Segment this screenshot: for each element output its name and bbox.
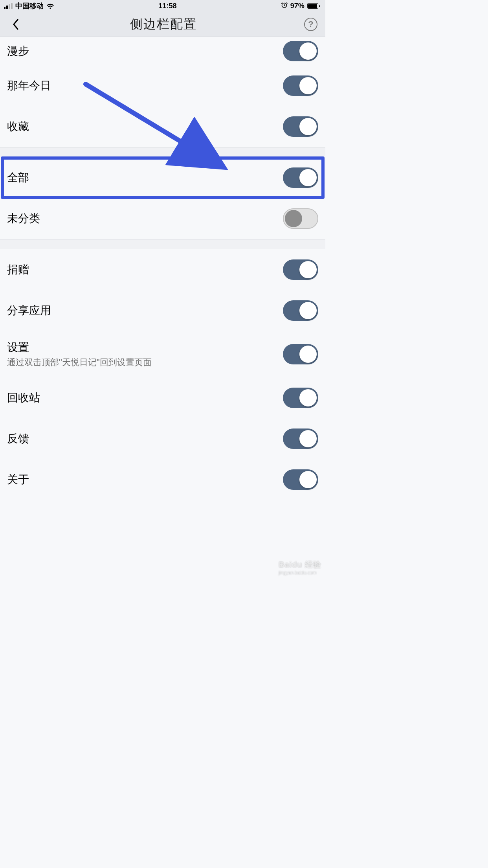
row-label: 回收站 — [7, 390, 40, 405]
toggle-knob — [299, 346, 317, 363]
question-mark-icon: ? — [308, 19, 313, 29]
toggle-switch[interactable] — [283, 469, 318, 490]
toggle-switch[interactable] — [283, 428, 318, 449]
row-text: 关于 — [7, 472, 29, 487]
row-subtitle: 通过双击顶部"天悦日记"回到设置页面 — [7, 357, 152, 368]
alarm-icon — [281, 2, 288, 10]
toggle-knob — [299, 118, 317, 135]
toggle-switch[interactable] — [283, 75, 318, 96]
settings-row: 全部 — [0, 157, 325, 198]
settings-row: 漫步 — [0, 37, 325, 65]
help-button[interactable]: ? — [304, 18, 317, 31]
row-text: 未分类 — [7, 211, 40, 226]
carrier-label: 中国移动 — [15, 1, 44, 11]
toggle-knob — [299, 169, 317, 186]
toggle-knob — [299, 302, 317, 319]
row-text: 漫步 — [7, 44, 29, 59]
row-text: 捐赠 — [7, 262, 29, 277]
row-text: 设置通过双击顶部"天悦日记"回到设置页面 — [7, 340, 152, 368]
battery-icon — [307, 3, 320, 9]
row-text: 反馈 — [7, 431, 29, 446]
back-button[interactable] — [8, 17, 23, 32]
row-text: 那年今日 — [7, 78, 51, 93]
row-label: 捐赠 — [7, 262, 29, 277]
settings-row: 关于 — [0, 459, 325, 500]
status-right: 97% — [281, 2, 320, 10]
toggle-knob — [299, 42, 317, 60]
row-label: 未分类 — [7, 211, 40, 226]
nav-bar: 侧边栏配置 ? — [0, 12, 325, 37]
status-time: 11:58 — [158, 2, 176, 10]
settings-row: 捐赠 — [0, 249, 325, 290]
toggle-knob — [299, 77, 317, 94]
row-label: 全部 — [7, 170, 29, 185]
toggle-switch[interactable] — [283, 344, 318, 364]
row-label: 那年今日 — [7, 78, 51, 93]
toggle-switch[interactable] — [283, 208, 318, 229]
toggle-switch[interactable] — [283, 116, 318, 137]
row-text: 收藏 — [7, 119, 29, 134]
toggle-switch[interactable] — [283, 167, 318, 188]
watermark-sub: jingyan.baidu.com — [279, 570, 321, 576]
settings-row: 收藏 — [0, 106, 325, 147]
section-divider — [0, 239, 325, 249]
settings-row: 设置通过双击顶部"天悦日记"回到设置页面 — [0, 331, 325, 377]
row-text: 回收站 — [7, 390, 40, 405]
toggle-switch[interactable] — [283, 259, 318, 280]
settings-row: 分享应用 — [0, 290, 325, 331]
wifi-icon — [46, 3, 54, 9]
battery-percentage: 97% — [290, 2, 305, 10]
row-label: 关于 — [7, 472, 29, 487]
toggle-switch[interactable] — [283, 300, 318, 321]
watermark-main: Baidu 经验 — [279, 560, 321, 569]
row-label: 设置 — [7, 340, 152, 355]
toggle-knob — [299, 261, 317, 278]
cellular-signal-icon — [4, 3, 13, 9]
settings-row: 未分类 — [0, 198, 325, 239]
toggle-knob — [285, 210, 302, 227]
settings-row: 反馈 — [0, 418, 325, 459]
page-title: 侧边栏配置 — [130, 16, 197, 33]
toggle-switch[interactable] — [283, 388, 318, 408]
section-divider — [0, 147, 325, 157]
row-text: 分享应用 — [7, 303, 51, 318]
toggle-knob — [299, 471, 317, 488]
row-label: 分享应用 — [7, 303, 51, 318]
settings-list: 漫步那年今日收藏全部未分类捐赠分享应用设置通过双击顶部"天悦日记"回到设置页面回… — [0, 37, 325, 500]
status-left: 中国移动 — [4, 1, 54, 11]
status-bar: 中国移动 11:58 97% — [0, 0, 325, 12]
chevron-left-icon — [13, 19, 18, 30]
row-label: 反馈 — [7, 431, 29, 446]
row-label: 漫步 — [7, 44, 29, 59]
settings-row: 那年今日 — [0, 65, 325, 106]
toggle-switch[interactable] — [283, 41, 318, 61]
watermark: Baidu 经验 jingyan.baidu.com — [279, 559, 321, 576]
toggle-knob — [299, 389, 317, 406]
toggle-knob — [299, 430, 317, 447]
settings-row: 回收站 — [0, 377, 325, 418]
row-label: 收藏 — [7, 119, 29, 134]
row-text: 全部 — [7, 170, 29, 185]
